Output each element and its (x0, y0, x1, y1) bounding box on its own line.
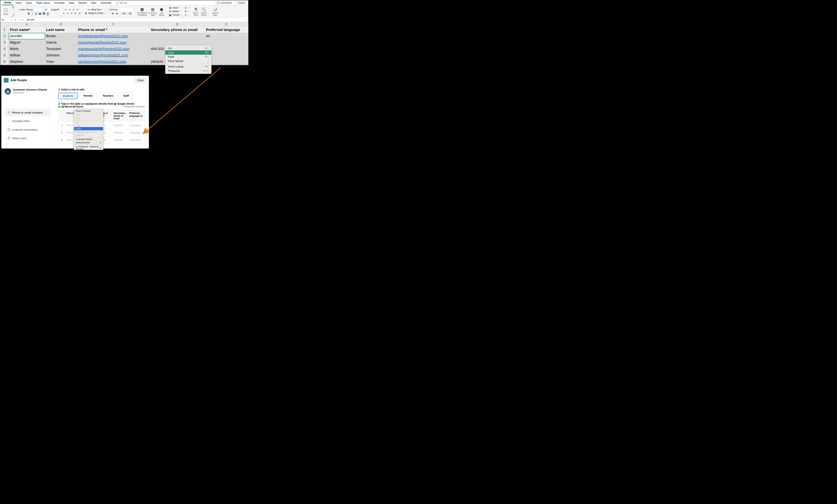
decrease-font-icon[interactable]: A▼ (55, 8, 59, 11)
sort-filter-icon[interactable]: ⇅ (194, 7, 198, 12)
tab-draw[interactable]: Draw (24, 1, 34, 5)
conditional-formatting-icon[interactable]: ▦ (140, 7, 145, 12)
role-staff[interactable]: Staff (119, 93, 133, 99)
email-link[interactable]: willowjohnson@remind101.com (78, 53, 128, 57)
bmenu-language[interactable]: Language Settings (74, 138, 103, 141)
sidebar-item-inperson[interactable]: 📋In-person instructions (5, 126, 51, 133)
bmenu-emoji[interactable]: Emoji & Symbols (74, 109, 103, 112)
row-header-1[interactable]: 1 (1, 26, 9, 33)
font-color-icon[interactable]: A▾ (47, 12, 50, 15)
cell[interactable]: willowjohnson@remind101.com (77, 52, 150, 58)
select-all-corner[interactable] (1, 22, 9, 26)
align-left-icon[interactable]: ≡ (62, 12, 65, 15)
bold-icon[interactable]: B (27, 12, 30, 15)
cell[interactable]: Willow (9, 52, 45, 58)
cell[interactable]: Preferred language (205, 26, 248, 33)
indent-decrease-icon[interactable]: ⇤ (74, 12, 77, 15)
tab-automate[interactable]: Automate (99, 1, 113, 5)
cell[interactable]: Toussaint (45, 46, 77, 52)
bmenu-paste-match[interactable]: Paste and Match Style (74, 130, 103, 133)
fill-icon[interactable]: ▼ (184, 10, 188, 13)
format-cells-icon[interactable]: ▦ (168, 13, 172, 17)
tab-view[interactable]: View (89, 1, 99, 5)
italic-icon[interactable]: I (31, 12, 34, 15)
sidebar-item-share[interactable]: 🔗Share a link (5, 134, 51, 142)
font-name-input[interactable] (18, 8, 43, 12)
help-icon[interactable]: ⓘ (140, 114, 142, 117)
cell[interactable]: en (205, 33, 248, 39)
align-middle-icon[interactable]: ≡ (68, 8, 71, 11)
currency-icon[interactable]: $▾ (111, 12, 114, 15)
col-header-c[interactable]: C (77, 22, 150, 26)
orientation-icon[interactable]: ⤢▾ (76, 8, 79, 11)
cell[interactable]: Johnson (45, 52, 77, 58)
cell[interactable]: miguelgarcia@remind101.com (77, 39, 150, 46)
align-right-icon[interactable]: ≡ (70, 12, 73, 15)
bmenu-cut[interactable]: Cut (74, 121, 103, 124)
align-top-icon[interactable]: ≡ (64, 8, 67, 11)
format-as-table-icon[interactable]: ▤ (150, 7, 155, 12)
email-link[interactable]: jenniferbrown@remind101.com (78, 34, 128, 38)
bmenu-redo[interactable]: Redo (74, 116, 103, 120)
cell[interactable]: Stephen (9, 58, 45, 65)
cell[interactable]: Last name (45, 26, 77, 33)
email-link[interactable]: marietoussaint@remind101.com (78, 47, 129, 51)
col-header-d[interactable]: D (150, 22, 205, 26)
close-button[interactable]: Close (135, 77, 146, 83)
cell[interactable]: jenniferbrown@remind101.com (77, 33, 150, 39)
cell[interactable] (205, 39, 248, 46)
bmenu-undo[interactable]: Undo (74, 113, 103, 116)
cell[interactable]: Garcia (45, 39, 77, 46)
role-teachers[interactable]: Teachers (99, 93, 117, 99)
analyze-data-icon[interactable]: 📊 (213, 6, 218, 12)
tab-home[interactable]: Home (2, 0, 13, 5)
cell-styles-icon[interactable]: ▣ (159, 7, 164, 12)
copy-icon[interactable]: 📄 (12, 10, 15, 13)
sidebar-item-contacts[interactable]: 📧Phone or email contacts (5, 109, 51, 116)
fill-color-icon[interactable]: 🪣▾ (43, 12, 46, 15)
cell[interactable]: Yves (45, 58, 77, 65)
bmenu-1password[interactable]: ◉ 1Password – Password Manager▸ (74, 145, 103, 150)
email-link[interactable]: stephenyves@remind101.com (78, 60, 126, 64)
email-link[interactable]: miguelgarcia@remind101.com (78, 40, 127, 44)
number-format-select[interactable] (108, 8, 133, 12)
bmenu-copy[interactable]: Copy (74, 124, 103, 127)
row-header[interactable]: 3 (1, 39, 9, 46)
role-students[interactable]: Students (58, 93, 77, 99)
formula-input[interactable]: Jennifer (25, 18, 244, 21)
decrease-decimal-icon[interactable]: ←.00 (127, 12, 130, 15)
insert-cells-icon[interactable]: ⊞ (168, 6, 172, 10)
find-select-icon[interactable]: 🔍 (201, 7, 206, 12)
sidebar-item-pdfs[interactable]: 📄Printable PDFs (5, 117, 51, 125)
tell-me[interactable]: 💡Tell me (113, 1, 129, 5)
context-paste-special[interactable]: Paste Special› (165, 59, 211, 63)
format-painter-icon[interactable]: 🖌️ (12, 14, 15, 17)
cell[interactable]: Marie (9, 46, 45, 52)
col-header-e[interactable]: E (205, 22, 248, 26)
bmenu-select-all[interactable]: Select All (74, 133, 103, 137)
context-smart-lookup[interactable]: Smart Lookup...⌃⌘L (165, 65, 211, 69)
underline-icon[interactable]: U▾ (35, 12, 38, 15)
tab-formulas[interactable]: Formulas (52, 1, 67, 5)
clear-icon[interactable]: ◇ (184, 13, 188, 17)
tab-data[interactable]: Data (67, 1, 76, 5)
row-header[interactable]: 6 (1, 58, 9, 65)
name-box[interactable]: A2▾ (0, 18, 13, 21)
autosum-icon[interactable]: Σ (184, 6, 188, 10)
tab-review[interactable]: Review (76, 1, 89, 5)
tab-page-layout[interactable]: Page Layout (34, 1, 52, 5)
fx-icon[interactable]: fx (22, 18, 23, 21)
wrap-icon[interactable]: ↩ (87, 8, 90, 11)
context-thesaurus[interactable]: Thesaurus...⌃⌘⇧R (165, 69, 211, 73)
cell[interactable]: Miguel (9, 39, 45, 46)
delete-cells-icon[interactable]: ⊟ (168, 10, 172, 13)
percent-icon[interactable]: % (115, 12, 119, 15)
cell[interactable]: marietoussaint@remind101.com (77, 46, 150, 52)
increase-font-icon[interactable]: A▲ (52, 8, 55, 11)
indent-increase-icon[interactable]: ⇥ (78, 12, 81, 15)
cell[interactable]: Jennifer (9, 33, 45, 39)
row-header[interactable]: 4 (1, 46, 9, 52)
row-header[interactable]: 5 (1, 52, 9, 58)
cell[interactable] (150, 33, 205, 39)
align-bottom-icon[interactable]: ≡ (72, 8, 75, 11)
